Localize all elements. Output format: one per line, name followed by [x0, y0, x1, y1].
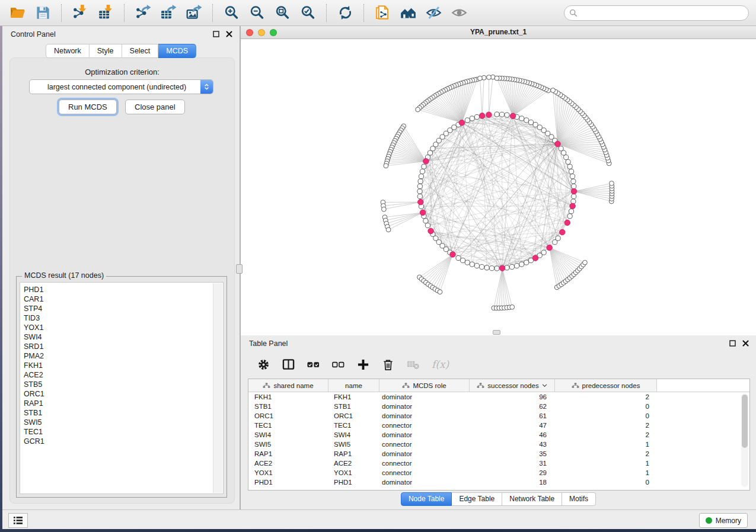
cell-successor-nodes[interactable]: 43	[468, 441, 553, 448]
cell-predecessor-nodes[interactable]: 2	[553, 431, 654, 438]
cell-successor-nodes[interactable]: 31	[468, 460, 553, 467]
close-window-icon[interactable]	[246, 29, 253, 36]
cell-predecessor-nodes[interactable]: 2	[553, 393, 654, 400]
mcds-result-item[interactable]: STB1	[24, 408, 223, 418]
mcds-result-item[interactable]: FKH1	[24, 361, 223, 370]
apply-layout-icon[interactable]	[334, 2, 356, 24]
cell-name[interactable]: RAP1	[328, 450, 378, 457]
cell-successor-nodes[interactable]: 18	[468, 479, 553, 486]
open-session-icon[interactable]	[7, 2, 28, 24]
delete-column-trash-icon[interactable]	[382, 358, 394, 371]
cell-name[interactable]: TEC1	[328, 422, 378, 429]
mcds-result-item[interactable]: STB5	[24, 380, 223, 389]
cell-name[interactable]: ORC1	[328, 412, 378, 419]
export-network-icon[interactable]	[132, 2, 154, 24]
cell-successor-nodes[interactable]: 46	[468, 431, 553, 438]
cell-MCDS-role[interactable]: dominator	[378, 403, 468, 410]
tab-network-table[interactable]: Network Table	[502, 492, 562, 506]
horizontal-splitter-grip[interactable]	[493, 330, 500, 335]
cell-successor-nodes[interactable]: 29	[468, 469, 553, 476]
cell-name[interactable]: SWI5	[328, 441, 378, 448]
first-neighbors-icon[interactable]	[397, 2, 419, 24]
cell-shared-name[interactable]: SWI4	[248, 431, 328, 438]
cell-predecessor-nodes[interactable]: 0	[553, 403, 654, 410]
select-all-columns-icon[interactable]	[307, 358, 320, 371]
column-header-name[interactable]: name	[328, 379, 379, 392]
run-mcds-button[interactable]: Run MCDS	[59, 100, 117, 114]
cell-name[interactable]: SWI4	[328, 431, 378, 438]
new-network-from-selection-icon[interactable]	[372, 2, 394, 24]
tab-mcds[interactable]: MCDS	[158, 44, 196, 58]
zoom-out-icon[interactable]	[246, 2, 268, 24]
list-scrollbar[interactable]	[213, 283, 222, 493]
show-columns-icon[interactable]	[282, 358, 295, 371]
hide-selected-icon[interactable]	[423, 2, 445, 24]
mcds-result-item[interactable]: ORC1	[24, 389, 223, 399]
cell-predecessor-nodes[interactable]: 1	[553, 460, 654, 467]
float-panel-icon[interactable]	[213, 31, 219, 37]
cell-successor-nodes[interactable]: 35	[468, 450, 553, 457]
cell-shared-name[interactable]: FKH1	[248, 393, 328, 400]
cell-name[interactable]: FKH1	[328, 393, 378, 400]
cell-name[interactable]: PHD1	[328, 479, 378, 486]
show-all-icon[interactable]	[448, 2, 470, 24]
column-header-successor-nodes[interactable]: successor nodes	[470, 379, 555, 392]
table-scrollbar-thumb[interactable]	[742, 395, 748, 448]
network-canvas[interactable]	[241, 39, 756, 335]
cell-name[interactable]: STB1	[328, 403, 378, 410]
mcds-result-item[interactable]: SWI4	[24, 332, 223, 342]
close-panel-icon[interactable]	[226, 31, 232, 37]
tab-network[interactable]: Network	[46, 44, 90, 58]
cell-shared-name[interactable]: PHD1	[248, 479, 328, 486]
tab-select[interactable]: Select	[122, 44, 159, 58]
column-header-predecessor-nodes[interactable]: predecessor nodes	[555, 379, 657, 392]
table-scrollbar[interactable]	[741, 393, 748, 487]
create-column-plus-icon[interactable]	[357, 358, 369, 371]
cell-shared-name[interactable]: RAP1	[248, 450, 328, 457]
mcds-result-item[interactable]: RAP1	[24, 399, 223, 408]
cell-name[interactable]: ACE2	[328, 460, 378, 467]
tab-node-table[interactable]: Node Table	[401, 492, 452, 506]
mcds-result-item[interactable]: PHD1	[24, 285, 223, 294]
mcds-result-item[interactable]: CAR1	[24, 294, 223, 304]
save-session-icon[interactable]	[32, 2, 54, 24]
vertical-splitter-grip[interactable]	[236, 264, 243, 274]
mcds-result-item[interactable]: SRD1	[24, 342, 223, 351]
cell-MCDS-role[interactable]: dominator	[378, 450, 468, 457]
tab-motifs[interactable]: Motifs	[562, 492, 596, 506]
mcds-result-item[interactable]: GCR1	[24, 437, 223, 446]
tab-edge-table[interactable]: Edge Table	[452, 492, 502, 506]
cell-shared-name[interactable]: ORC1	[248, 412, 328, 419]
cell-successor-nodes[interactable]: 62	[468, 403, 553, 410]
mcds-result-item[interactable]: TEC1	[24, 427, 223, 437]
cell-predecessor-nodes[interactable]: 1	[553, 441, 654, 448]
export-image-icon[interactable]	[183, 2, 205, 24]
column-header-shared-name[interactable]: shared name	[248, 379, 328, 392]
mcds-result-item[interactable]: TID3	[24, 313, 223, 323]
export-table-icon[interactable]	[158, 2, 180, 24]
mcds-result-item[interactable]: STP4	[24, 304, 223, 313]
cell-MCDS-role[interactable]: dominator	[378, 479, 468, 486]
cell-shared-name[interactable]: SWI5	[248, 441, 328, 448]
search-input[interactable]	[581, 8, 744, 18]
zoom-in-icon[interactable]	[221, 2, 243, 24]
minimize-window-icon[interactable]	[258, 29, 265, 36]
cell-MCDS-role[interactable]: connector	[378, 460, 468, 467]
cell-name[interactable]: YOX1	[328, 469, 378, 476]
cell-predecessor-nodes[interactable]: 2	[553, 450, 654, 457]
cell-MCDS-role[interactable]: dominator	[378, 412, 468, 419]
import-table-icon[interactable]	[95, 2, 117, 24]
mcds-result-item[interactable]: PMA2	[24, 351, 223, 361]
cell-predecessor-nodes[interactable]: 0	[553, 479, 654, 486]
criterion-select[interactable]: largest connected component (undirected)	[29, 79, 213, 94]
import-network-icon[interactable]	[69, 2, 91, 24]
close-panel-button[interactable]: Close panel	[125, 100, 185, 114]
cell-MCDS-role[interactable]: connector	[378, 469, 468, 476]
cell-successor-nodes[interactable]: 47	[468, 422, 553, 429]
mcds-result-item[interactable]: SWI5	[24, 418, 223, 427]
cell-MCDS-role[interactable]: connector	[378, 422, 468, 429]
cell-shared-name[interactable]: ACE2	[248, 460, 328, 467]
cell-MCDS-role[interactable]: dominator	[378, 431, 468, 438]
zoom-fit-icon[interactable]	[272, 2, 294, 24]
cell-MCDS-role[interactable]: dominator	[378, 393, 468, 400]
